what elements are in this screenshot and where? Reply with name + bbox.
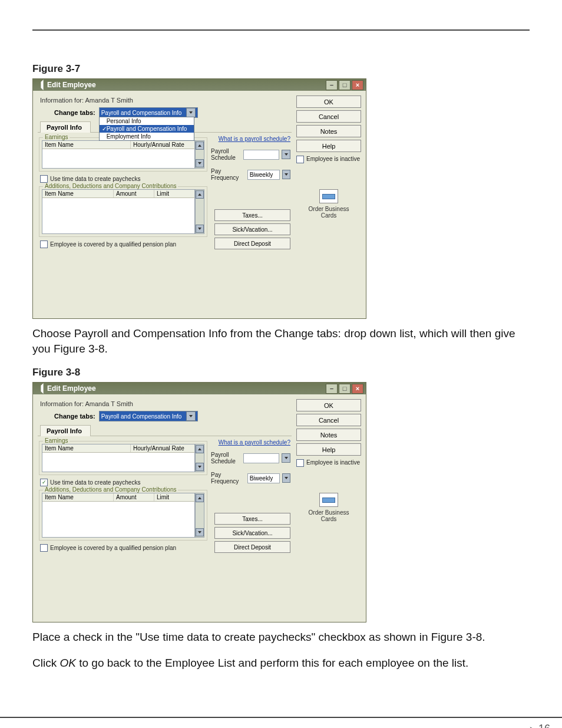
payroll-schedule-link[interactable]: What is a payroll schedule? xyxy=(219,136,290,142)
minimize-button[interactable]: – xyxy=(326,384,338,394)
col-rate: Hourly/Annual Rate xyxy=(131,444,194,452)
employee-inactive-checkbox[interactable] xyxy=(296,459,304,467)
col-item-name: Item Name xyxy=(42,141,131,149)
titlebar: Edit Employee – □ × xyxy=(33,79,366,91)
taxes-button[interactable]: Taxes... xyxy=(214,513,290,525)
adc-fieldset: Additions, Deductions and Company Contri… xyxy=(39,490,207,541)
arrow-right-icon: ➤ xyxy=(529,724,536,728)
adc-col-item: Item Name xyxy=(42,190,114,197)
col-item-name: Item Name xyxy=(42,444,131,452)
cancel-button[interactable]: Cancel xyxy=(296,414,361,426)
adc-col-limit: Limit xyxy=(154,493,194,501)
order-business-cards[interactable]: Order Business Cards xyxy=(296,493,361,522)
payroll-schedule-link[interactable]: What is a payroll schedule? xyxy=(219,439,290,446)
use-time-label: Use time data to create paychecks xyxy=(50,479,140,486)
pay-frequency-label: Pay Frequency xyxy=(211,168,245,181)
close-button[interactable]: × xyxy=(352,384,363,394)
sick-vacation-button[interactable]: Sick/Vacation... xyxy=(214,223,290,235)
sick-vacation-button[interactable]: Sick/Vacation... xyxy=(214,527,290,539)
change-tabs-dropdown[interactable]: Payroll and Compensation Info Personal I… xyxy=(99,107,198,118)
help-button[interactable]: Help xyxy=(296,140,361,152)
order-business-cards[interactable]: Order Business Cards xyxy=(296,189,361,219)
chevron-down-icon xyxy=(186,411,196,421)
adc-col-amount: Amount xyxy=(114,190,154,197)
adc-col-amount: Amount xyxy=(114,493,154,501)
adc-legend: Additions, Deductions and Company Contri… xyxy=(43,486,178,493)
payroll-schedule-label: PayrollSchedule xyxy=(211,148,241,161)
chevron-down-icon[interactable] xyxy=(282,473,290,483)
adc-scrollbar[interactable] xyxy=(195,493,204,538)
use-time-checkbox[interactable] xyxy=(40,175,48,183)
col-rate: Hourly/Annual Rate xyxy=(131,141,194,149)
cancel-button[interactable]: Cancel xyxy=(296,110,361,123)
direct-deposit-button[interactable]: Direct Deposit xyxy=(214,541,290,553)
tab-payroll-info[interactable]: Payroll Info xyxy=(40,425,91,436)
adc-grid[interactable] xyxy=(42,502,194,537)
adc-legend: Additions, Deductions and Company Contri… xyxy=(43,183,178,189)
direct-deposit-button[interactable]: Direct Deposit xyxy=(214,238,290,249)
chevron-down-icon[interactable] xyxy=(282,453,290,463)
earnings-scrollbar[interactable] xyxy=(195,140,204,169)
window-title: Edit Employee xyxy=(47,384,96,393)
information-for: Information for: Amanda T Smith xyxy=(40,97,292,104)
change-tabs-value: Payroll and Compensation Info xyxy=(101,413,182,420)
payroll-schedule-label: PayrollSchedule xyxy=(211,452,241,465)
employee-inactive-label: Employee is inactive xyxy=(306,459,360,466)
window-title: Edit Employee xyxy=(47,81,96,89)
change-tabs-label: Change tabs: xyxy=(54,413,95,420)
employee-inactive-checkbox[interactable] xyxy=(296,156,304,163)
earnings-grid[interactable] xyxy=(42,453,194,472)
pension-checkbox[interactable] xyxy=(40,544,48,552)
cards-icon xyxy=(319,189,338,203)
adc-col-limit: Limit xyxy=(154,190,194,197)
change-tabs-value: Payroll and Compensation Info xyxy=(101,110,182,116)
earnings-grid[interactable] xyxy=(42,149,194,168)
adc-fieldset: Additions, Deductions and Company Contri… xyxy=(39,186,207,237)
page-number: 16 xyxy=(538,723,550,728)
taxes-button[interactable]: Taxes... xyxy=(214,209,290,221)
payroll-schedule-field[interactable] xyxy=(243,150,279,160)
minimize-button[interactable]: – xyxy=(326,80,338,90)
cards-icon xyxy=(319,493,338,507)
earnings-fieldset: Earnings Item Name Hourly/Annual Rate xyxy=(39,137,207,172)
information-for: Information for: Amanda T Smith xyxy=(40,400,292,407)
earnings-scrollbar[interactable] xyxy=(195,444,204,472)
pay-frequency-field[interactable]: Biweekly xyxy=(247,170,280,180)
ok-button[interactable]: OK xyxy=(296,95,361,108)
maximize-button[interactable]: □ xyxy=(339,384,351,394)
use-time-label: Use time data to create paychecks xyxy=(50,176,140,182)
dd-item-personal[interactable]: Personal Info xyxy=(100,117,194,125)
close-button[interactable]: × xyxy=(352,80,363,90)
edit-employee-dialog-1: Edit Employee – □ × Information for: Ama… xyxy=(32,78,366,319)
use-time-checkbox[interactable]: ✓ xyxy=(40,479,48,486)
paragraph-3: Click OK to go back to the Employee List… xyxy=(32,655,530,671)
dd-item-employment[interactable]: Employment Info xyxy=(100,133,194,140)
employee-inactive-label: Employee is inactive xyxy=(306,156,360,162)
back-icon xyxy=(37,80,43,90)
payroll-schedule-field[interactable] xyxy=(243,453,279,463)
back-icon xyxy=(37,383,43,394)
chevron-down-icon[interactable] xyxy=(282,150,290,159)
pension-checkbox[interactable] xyxy=(40,241,48,248)
figure-3-7-label: Figure 3-7 xyxy=(32,63,530,75)
change-tabs-dropdown[interactable]: Payroll and Compensation Info xyxy=(99,411,198,421)
ok-button[interactable]: OK xyxy=(296,399,361,411)
notes-button[interactable]: Notes xyxy=(296,429,361,441)
help-button[interactable]: Help xyxy=(296,443,361,456)
chevron-down-icon[interactable] xyxy=(282,170,290,179)
earnings-legend: Earnings xyxy=(43,437,70,444)
tab-payroll-info[interactable]: Payroll Info xyxy=(40,121,91,133)
pay-frequency-field[interactable]: Biweekly xyxy=(247,473,280,483)
paragraph-1: Choose Payroll and Compensation Info fro… xyxy=(32,326,530,356)
dd-item-payroll[interactable]: ✓Payroll and Compensation Info xyxy=(100,125,194,133)
chevron-down-icon xyxy=(186,108,196,117)
maximize-button[interactable]: □ xyxy=(339,80,351,90)
paragraph-2: Place a check in the "Use time data to c… xyxy=(32,630,530,645)
notes-button[interactable]: Notes xyxy=(296,125,361,137)
pay-frequency-label: Pay Frequency xyxy=(211,472,245,485)
change-tabs-label: Change tabs: xyxy=(54,109,95,116)
figure-3-8-label: Figure 3-8 xyxy=(32,367,530,378)
edit-employee-dialog-2: Edit Employee – □ × Information for: Ama… xyxy=(32,382,366,622)
adc-scrollbar[interactable] xyxy=(195,189,204,234)
adc-grid[interactable] xyxy=(42,198,194,233)
